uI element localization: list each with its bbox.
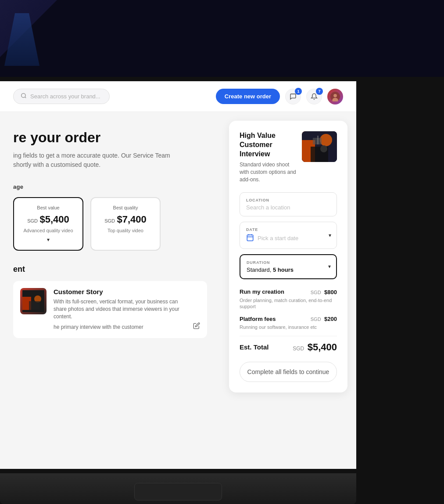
svg-rect-16: [247, 235, 253, 241]
duration-field[interactable]: DURATION Standard, 5 hours ▾: [240, 254, 337, 279]
content-section-label: ent: [13, 265, 207, 274]
search-bar[interactable]: Search across your brand...: [13, 89, 110, 104]
duration-label: DURATION: [247, 260, 330, 265]
location-field-group: LOCATION Search a location: [240, 192, 337, 216]
line-item-header-0: Run my creation SGD $800: [240, 288, 337, 296]
content-card: Customer Story With its full-screen, ver…: [13, 281, 207, 338]
line-item-amount-0: $800: [324, 289, 337, 295]
package-label-0: Best value: [21, 205, 75, 210]
page-title: re your order: [13, 130, 207, 146]
search-placeholder: Search across your brand...: [30, 93, 100, 100]
laptop-bottom: [0, 473, 356, 504]
date-field-row: Pick a start date: [246, 234, 330, 243]
line-item-price-0: SGD $800: [311, 288, 337, 296]
line-item-name-0: Run my creation: [240, 288, 284, 295]
line-item-desc-0: Order planning, match curation, end-to-e…: [240, 297, 337, 310]
order-card-title: High Value Customer Interview: [240, 131, 297, 158]
message-badge: 1: [295, 88, 302, 95]
package-desc-0: Advanced quality video: [21, 228, 75, 233]
date-chevron-icon: ▾: [329, 232, 331, 238]
package-price-0: $5,400: [40, 214, 69, 225]
location-field[interactable]: LOCATION Search a location: [240, 192, 337, 216]
line-item-1: Platform fees SGD $200 Running our softw…: [240, 315, 337, 330]
order-card-header: High Value Customer Interview Standard v…: [240, 131, 337, 184]
line-item-price-1: SGD $200: [311, 315, 337, 323]
calendar-icon: [246, 234, 254, 243]
line-item-currency-1: SGD: [311, 317, 321, 322]
location-label: LOCATION: [246, 198, 330, 202]
order-card-desc: Standard video shoot with custom options…: [240, 161, 297, 183]
est-total-row: Est. Total SGD $5,400: [240, 342, 337, 353]
right-panel: High Value Customer Interview Standard v…: [220, 112, 356, 469]
svg-rect-8: [29, 301, 40, 310]
continue-button[interactable]: Complete all fields to continue: [240, 362, 337, 382]
trackpad: [134, 483, 222, 500]
avatar[interactable]: [327, 89, 343, 104]
order-card-info: High Value Customer Interview Standard v…: [240, 131, 297, 184]
content-card-footer: he primary interview with the customer: [54, 324, 186, 331]
line-item-desc-1: Running our software, insurance etc: [240, 324, 337, 330]
content-card-info: Customer Story With its full-screen, ver…: [54, 288, 186, 331]
date-value: Pick a start date: [258, 235, 298, 241]
package-cards: Best value SGD $5,400 Advanced quality v…: [13, 197, 207, 251]
date-field[interactable]: DATE Pick a start date: [240, 222, 337, 249]
edit-icon[interactable]: [193, 322, 200, 331]
location-value: Search a location: [246, 204, 330, 211]
svg-point-0: [21, 94, 25, 97]
notification-badge: 7: [316, 88, 323, 95]
package-card-best-value[interactable]: Best value SGD $5,400 Advanced quality v…: [13, 197, 83, 251]
content-card-image: [20, 288, 47, 314]
package-chevron-0: ▾: [21, 237, 75, 243]
line-item-0: Run my creation SGD $800 Order planning,…: [240, 288, 337, 310]
content-card-desc: With its full-screen, vertical format, y…: [54, 298, 186, 320]
search-icon: [21, 93, 27, 100]
svg-point-11: [320, 134, 332, 146]
duration-value: Standard, 5 hours: [247, 266, 330, 273]
order-card-image: [302, 131, 337, 162]
package-label-1: Best quality: [98, 205, 153, 210]
est-total-currency: SGD: [293, 346, 304, 352]
main-area: re your order ing fields to get a more a…: [0, 112, 356, 469]
navbar: Search across your brand... Create new o…: [0, 81, 356, 112]
content-card-title: Customer Story: [54, 288, 186, 295]
line-item-currency-0: SGD: [311, 290, 321, 295]
package-currency-0: SGD: [27, 218, 38, 223]
line-item-name-1: Platform fees: [240, 316, 276, 322]
left-panel: re your order ing fields to get a more a…: [0, 112, 220, 469]
svg-point-3: [333, 94, 337, 97]
package-desc-1: Top quality video: [98, 228, 153, 233]
divider: [240, 336, 337, 336]
notification-button[interactable]: 7: [306, 89, 322, 104]
order-card: High Value Customer Interview Standard v…: [229, 121, 347, 392]
line-item-amount-1: $200: [324, 316, 337, 322]
create-order-button[interactable]: Create new order: [216, 89, 280, 104]
duration-chevron-icon: ▾: [328, 263, 331, 270]
package-price-1: $7,400: [117, 214, 147, 225]
package-card-best-quality[interactable]: Best quality SGD $7,400 Top quality vide…: [90, 197, 161, 251]
est-total-price: $5,400: [308, 342, 337, 353]
package-section-label: age: [13, 184, 207, 190]
package-currency-1: SGD: [104, 218, 115, 223]
screen-content: Search across your brand... Create new o…: [0, 81, 356, 469]
date-field-group: DATE Pick a start date: [240, 222, 337, 249]
svg-rect-15: [317, 136, 319, 144]
line-item-header-1: Platform fees SGD $200: [240, 315, 337, 323]
date-label: DATE: [246, 227, 330, 232]
message-button[interactable]: 1: [285, 89, 301, 104]
page-subtitle: ing fields to get a more accurate quote.…: [13, 151, 180, 169]
svg-line-1: [25, 97, 26, 98]
navbar-right: Create new order 1 7: [216, 89, 343, 104]
svg-point-14: [320, 145, 327, 152]
est-total-price-group: SGD $5,400: [293, 342, 337, 353]
est-total-label: Est. Total: [240, 343, 269, 351]
